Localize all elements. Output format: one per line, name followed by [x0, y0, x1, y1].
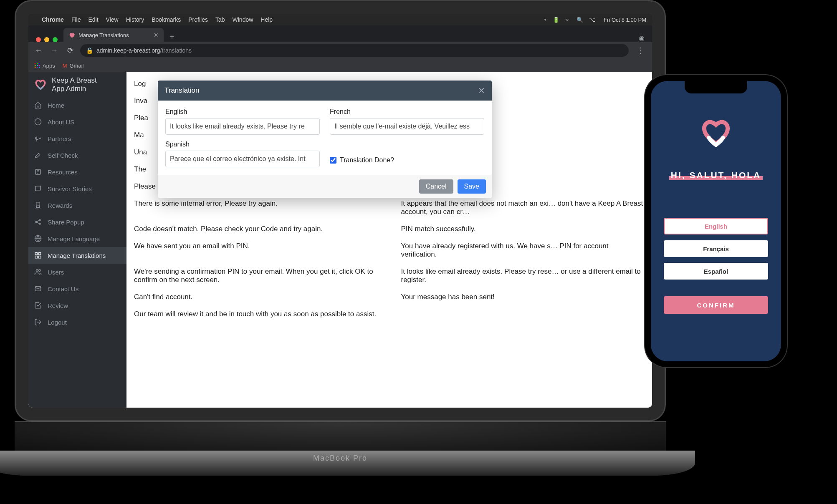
table-cell-right[interactable]: It looks like email already exists. Plea…: [394, 263, 652, 289]
bluetooth-icon[interactable]: ᛭: [544, 17, 547, 23]
self-check-icon: [34, 151, 42, 159]
laptop-brand-label: MacBook Pro: [313, 454, 367, 463]
manage-language-icon: [34, 235, 42, 242]
table-cell-left[interactable]: There is some internal error, Please try…: [126, 195, 385, 221]
url-bar[interactable]: 🔒 admin.keep-a-breast.org/translations: [80, 44, 629, 57]
sidebar-item-resources[interactable]: Resources: [28, 164, 126, 180]
sidebar-item-share-popup[interactable]: Share Popup: [28, 214, 126, 230]
language-option-english[interactable]: English: [664, 218, 768, 234]
table-cell-right[interactable]: or further ins: [394, 93, 652, 110]
browser-tab[interactable]: Manage Translations ✕: [63, 28, 164, 42]
table-cell-left[interactable]: Inva: [126, 93, 385, 110]
macos-menu-item[interactable]: Tab: [215, 16, 225, 23]
macos-app-name[interactable]: Chrome: [42, 16, 64, 23]
bookmark-gmail[interactable]: MGmail: [63, 63, 84, 69]
table-cell-right[interactable]: [394, 306, 652, 323]
bookmark-apps[interactable]: Apps: [34, 63, 55, 69]
table-cell-left[interactable]: Can't find account.: [126, 289, 385, 306]
table-cell-left[interactable]: We have sent you an email with PIN.: [126, 238, 385, 263]
wifi-icon[interactable]: ᯤ: [565, 17, 571, 23]
sidebar-item-partners[interactable]: Partners: [28, 130, 126, 147]
users-icon: [34, 268, 42, 276]
spotlight-icon[interactable]: 🔍: [577, 17, 583, 23]
table-cell-right[interactable]: You have already registered with us. We …: [394, 238, 652, 263]
language-option-french[interactable]: Français: [664, 240, 768, 257]
svg-point-11: [36, 270, 38, 272]
table-cell-right[interactable]: k has been se: [394, 76, 652, 93]
confirm-button[interactable]: CONFIRM: [664, 296, 768, 314]
window-close-icon[interactable]: [36, 37, 41, 42]
table-cell-right[interactable]: PIN match successfully.: [394, 221, 652, 238]
sidebar-item-survivor-stories[interactable]: Survivor Stories: [28, 180, 126, 197]
main-content: Logk has been seInvaor further insPleaat…: [126, 72, 652, 408]
language-option-spanish[interactable]: Español: [664, 263, 768, 280]
table-cell-right[interactable]: [394, 127, 652, 144]
table-cell-right[interactable]: Your message has been sent!: [394, 289, 652, 306]
table-cell-right[interactable]: [394, 144, 652, 161]
new-tab-button[interactable]: ＋: [166, 30, 178, 42]
admin-app: Keep A Breast App Admin HomeAbout USPart…: [28, 72, 652, 408]
battery-icon[interactable]: 🔋: [553, 17, 559, 23]
table-cell-left[interactable]: Ma: [126, 127, 385, 144]
sidebar-item-manage-translations[interactable]: Manage Translations: [28, 247, 126, 264]
table-cell-left[interactable]: Our team will review it and be in touch …: [126, 306, 385, 323]
sidebar-item-logout[interactable]: Logout: [28, 314, 126, 330]
macos-menu-item[interactable]: Help: [260, 16, 273, 23]
phone-headline: HI, SALUT, HOLA: [669, 170, 763, 180]
chrome-account-icon[interactable]: ◉: [639, 34, 648, 42]
macos-menubar-left: Chrome File Edit View History Bookmarks …: [34, 16, 273, 23]
table-cell-left[interactable]: Code doesn't match. Please check your Co…: [126, 221, 385, 238]
bookmarks-bar: Apps MGmail: [28, 59, 652, 72]
laptop-screen-bezel: Chrome File Edit View History Bookmarks …: [15, 0, 666, 421]
macos-menu-item[interactable]: Edit: [88, 16, 98, 23]
sidebar-item-review[interactable]: Review: [28, 297, 126, 314]
table-cell-left[interactable]: Please run "php artisan passport:client"…: [126, 178, 385, 195]
table-cell-left[interactable]: We're sending a confirmation PIN to your…: [126, 263, 385, 289]
table-cell-right[interactable]: It appears that the email does not match…: [394, 195, 652, 221]
gmail-icon: M: [63, 63, 67, 69]
home-icon: [34, 101, 42, 109]
table-cell-right[interactable]: at email add: [394, 110, 652, 127]
table-cell-left[interactable]: Plea: [126, 110, 385, 127]
sidebar-item-self-check[interactable]: Self Check: [28, 147, 126, 164]
sidebar-item-label: Rewards: [48, 202, 72, 209]
sidebar-item-label: About US: [48, 118, 74, 126]
svg-point-2: [36, 202, 40, 206]
phone-screen: HI, SALUT, HOLA English Français Español…: [651, 81, 781, 361]
window-zoom-icon[interactable]: [53, 37, 58, 42]
share-popup-icon: [34, 218, 42, 226]
table-cell-left[interactable]: The: [126, 161, 385, 178]
sidebar: Keep A Breast App Admin HomeAbout USPart…: [28, 72, 126, 408]
table-cell-right[interactable]: PIN sent successfully.: [394, 178, 652, 195]
macos-menu-item[interactable]: View: [106, 16, 119, 23]
table-cell-left[interactable]: Una: [126, 144, 385, 161]
macos-menu-item[interactable]: File: [71, 16, 81, 23]
table-cell-left[interactable]: Log: [126, 76, 385, 93]
language-picker: English Français Español: [664, 218, 768, 280]
nav-back-button[interactable]: ←: [33, 46, 44, 55]
macos-menu-item[interactable]: History: [126, 16, 144, 23]
table-cell-right[interactable]: your current: [394, 161, 652, 178]
macos-menu-item[interactable]: Window: [233, 16, 253, 23]
sidebar-item-home[interactable]: Home: [28, 97, 126, 113]
nav-forward-button[interactable]: →: [48, 46, 60, 55]
sidebar-brand-title: Keep A Breast App Admin: [52, 76, 97, 93]
sidebar-item-contact-us[interactable]: Contact Us: [28, 280, 126, 297]
sidebar-item-users[interactable]: Users: [28, 264, 126, 280]
sidebar-item-about-us[interactable]: About US: [28, 113, 126, 130]
manage-translations-icon: [34, 252, 42, 259]
sidebar-item-manage-language[interactable]: Manage Language: [28, 230, 126, 247]
sidebar-item-label: Review: [48, 302, 68, 309]
control-center-icon[interactable]: ⌥: [589, 17, 595, 23]
nav-reload-button[interactable]: ⟳: [64, 46, 76, 55]
macos-menu-item[interactable]: Profiles: [188, 16, 208, 23]
partners-icon: [34, 135, 42, 142]
window-minimize-icon[interactable]: [44, 37, 49, 42]
chrome-menu-button[interactable]: ⋮: [633, 45, 648, 55]
macos-datetime[interactable]: Fri Oct 8 1:00 PM: [604, 17, 646, 23]
about-us-icon: [34, 118, 42, 126]
macos-menu-item[interactable]: Bookmarks: [152, 16, 181, 23]
tab-close-icon[interactable]: ✕: [154, 32, 159, 38]
sidebar-item-rewards[interactable]: Rewards: [28, 197, 126, 214]
svg-point-12: [39, 270, 41, 272]
